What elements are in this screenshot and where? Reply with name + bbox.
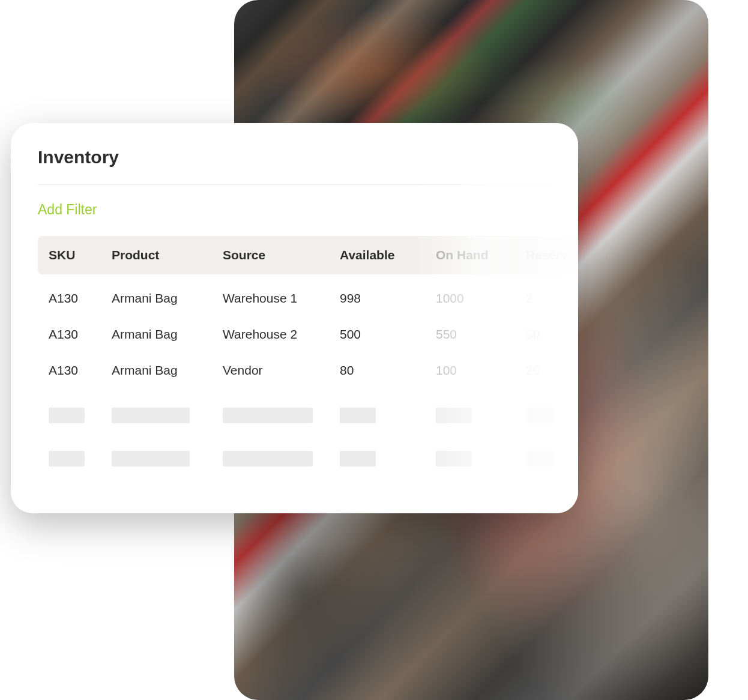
- inventory-card: Inventory Add Filter SKU Product Source …: [11, 123, 578, 513]
- skeleton-placeholder: [112, 451, 190, 466]
- table-header-row: SKU Product Source Available On Hand Res…: [38, 236, 578, 274]
- cell-product: Armani Bag: [112, 363, 223, 378]
- skeleton-placeholder: [223, 451, 313, 466]
- column-header-reserved[interactable]: Reserv: [526, 248, 578, 262]
- cell-reserved: 50: [526, 327, 578, 342]
- skeleton-placeholder: [112, 408, 190, 423]
- skeleton-placeholder: [526, 451, 555, 466]
- table-row[interactable]: A130 Armani Bag Warehouse 1 998 1000 2: [38, 280, 578, 316]
- divider: [38, 184, 551, 185]
- cell-available: 500: [340, 327, 436, 342]
- skeleton-placeholder: [49, 408, 85, 423]
- add-filter-button[interactable]: Add Filter: [38, 202, 97, 218]
- column-header-on-hand[interactable]: On Hand: [436, 248, 526, 262]
- column-header-available[interactable]: Available: [340, 248, 436, 262]
- skeleton-placeholder: [526, 408, 555, 423]
- column-header-product[interactable]: Product: [112, 248, 223, 262]
- cell-sku: A130: [49, 363, 112, 378]
- cell-available: 998: [340, 291, 436, 306]
- cell-source: Warehouse 1: [223, 291, 340, 306]
- skeleton-row: [38, 442, 578, 475]
- cell-sku: A130: [49, 327, 112, 342]
- skeleton-placeholder: [436, 408, 472, 423]
- cell-on-hand: 550: [436, 327, 526, 342]
- cell-source: Vendor: [223, 363, 340, 378]
- skeleton-row: [38, 399, 578, 432]
- table-row[interactable]: A130 Armani Bag Vendor 80 100 20: [38, 352, 578, 388]
- page-title: Inventory: [38, 147, 578, 167]
- column-header-source[interactable]: Source: [223, 248, 340, 262]
- skeleton-placeholder: [340, 451, 376, 466]
- cell-sku: A130: [49, 291, 112, 306]
- skeleton-placeholder: [49, 451, 85, 466]
- cell-source: Warehouse 2: [223, 327, 340, 342]
- cell-on-hand: 1000: [436, 291, 526, 306]
- inventory-table: SKU Product Source Available On Hand Res…: [38, 236, 578, 475]
- cell-product: Armani Bag: [112, 291, 223, 306]
- cell-product: Armani Bag: [112, 327, 223, 342]
- cell-available: 80: [340, 363, 436, 378]
- skeleton-placeholder: [436, 451, 472, 466]
- cell-reserved: 2: [526, 291, 578, 306]
- table-row[interactable]: A130 Armani Bag Warehouse 2 500 550 50: [38, 316, 578, 352]
- cell-reserved: 20: [526, 363, 578, 378]
- skeleton-placeholder: [340, 408, 376, 423]
- skeleton-placeholder: [223, 408, 313, 423]
- cell-on-hand: 100: [436, 363, 526, 378]
- column-header-sku[interactable]: SKU: [49, 248, 112, 262]
